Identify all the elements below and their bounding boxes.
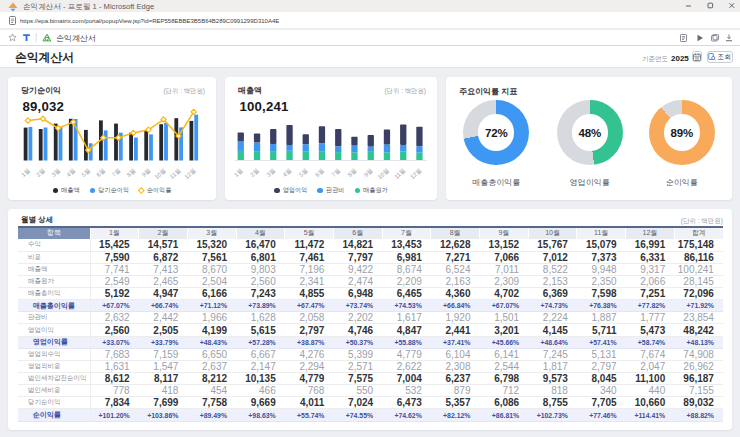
svg-text:3월: 3월 — [50, 167, 61, 178]
svg-text:5월: 5월 — [80, 167, 91, 178]
svg-text:4월: 4월 — [65, 167, 76, 178]
svg-text:6월: 6월 — [314, 167, 325, 178]
svg-text:10월: 10월 — [153, 167, 166, 180]
svg-text:11월: 11월 — [393, 167, 406, 180]
svg-text:2월: 2월 — [35, 167, 46, 178]
svg-text:9월: 9월 — [363, 167, 374, 178]
svg-text:8월: 8월 — [347, 167, 358, 178]
svg-text:8월: 8월 — [126, 167, 137, 178]
svg-text:1월: 1월 — [233, 167, 244, 178]
svg-text:10월: 10월 — [377, 167, 390, 180]
svg-text:7월: 7월 — [331, 167, 342, 178]
svg-text:9월: 9월 — [141, 167, 152, 178]
svg-text:7월: 7월 — [111, 167, 122, 178]
svg-text:4월: 4월 — [282, 167, 293, 178]
svg-text:6월: 6월 — [96, 167, 107, 178]
svg-text:1월: 1월 — [20, 167, 31, 178]
svg-text:5월: 5월 — [298, 167, 309, 178]
svg-text:2월: 2월 — [249, 167, 260, 178]
svg-text:12월: 12월 — [409, 167, 422, 180]
svg-text:11월: 11월 — [169, 167, 182, 180]
svg-text:12월: 12월 — [183, 167, 196, 180]
svg-text:3월: 3월 — [266, 167, 277, 178]
